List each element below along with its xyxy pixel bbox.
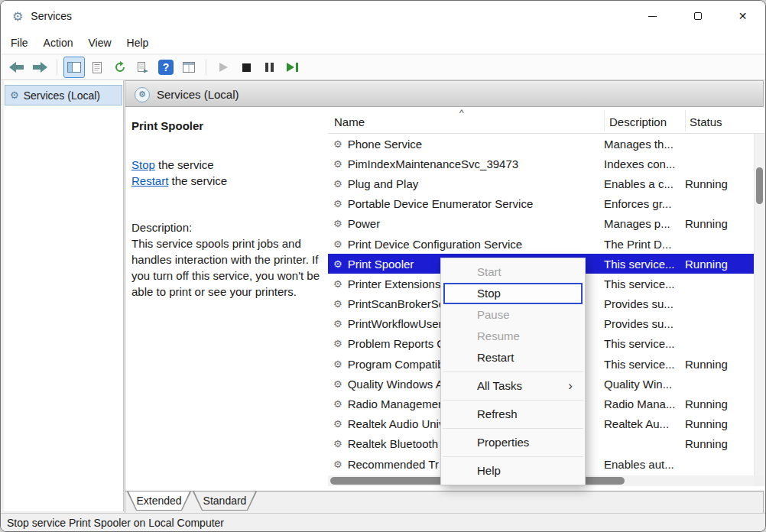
menu-action[interactable]: Action xyxy=(36,34,81,52)
service-description-cell: Manages p... xyxy=(604,217,685,230)
table-row[interactable]: ⚙Plug and PlayEnables a c...Running xyxy=(328,174,754,193)
stop-service-icon xyxy=(242,63,251,72)
window-view-icon xyxy=(183,62,195,73)
menu-help[interactable]: Help xyxy=(119,34,157,52)
service-name: PrintScanBrokerSe xyxy=(348,297,446,310)
service-status-cell: Running xyxy=(685,258,754,271)
start-service-icon xyxy=(219,63,228,72)
pane-header: ⚙ Services (Local) xyxy=(125,83,763,107)
service-description-cell: Provides su... xyxy=(604,297,685,310)
sort-ascending-icon: ^ xyxy=(459,108,464,118)
service-status-cell: Running xyxy=(685,437,754,450)
services-window: ⚙ Services ✕ File Action View Help xyxy=(0,0,766,532)
view-button[interactable] xyxy=(179,57,199,77)
toolbar-separator xyxy=(57,59,57,76)
tab-standard[interactable]: Standard xyxy=(193,491,257,511)
export-list-icon xyxy=(137,62,149,73)
context-menu-item-all-tasks[interactable]: All Tasks› xyxy=(443,375,583,397)
service-description-cell: Radio Mana... xyxy=(604,397,685,410)
export-list-button[interactable] xyxy=(133,57,153,77)
column-divider[interactable] xyxy=(685,110,686,131)
service-icon: ⚙ xyxy=(333,318,342,329)
menu-view[interactable]: View xyxy=(80,34,118,52)
menu-item-label: Stop xyxy=(477,287,501,300)
service-icon: ⚙ xyxy=(333,258,342,270)
column-header-name[interactable]: Name xyxy=(334,115,365,128)
service-action-links: Stop the service Restart the service xyxy=(131,157,323,189)
status-bar: Stop service Print Spooler on Local Comp… xyxy=(1,513,765,531)
services-header-icon: ⚙ xyxy=(135,87,150,102)
service-name: Portable Device Enumerator Service xyxy=(348,197,534,210)
restart-service-link[interactable]: Restart xyxy=(131,174,168,187)
tree-item-label: Services (Local) xyxy=(24,89,100,102)
table-row[interactable]: ⚙PowerManages p...Running xyxy=(328,214,754,234)
service-icon: ⚙ xyxy=(333,278,342,290)
service-icon: ⚙ xyxy=(333,238,342,250)
selected-service-title: Print Spooler xyxy=(131,118,323,134)
show-console-tree-button[interactable] xyxy=(64,57,84,77)
menu-file[interactable]: File xyxy=(3,34,36,52)
minimize-button[interactable] xyxy=(630,1,675,31)
toolbar-separator xyxy=(206,59,206,76)
vertical-scrollbar[interactable] xyxy=(754,134,764,475)
stop-service-button[interactable] xyxy=(236,57,256,77)
menu-item-label: Properties xyxy=(477,436,529,449)
service-icon: ⚙ xyxy=(333,198,342,209)
table-row[interactable]: ⚙Portable Device Enumerator ServiceEnfor… xyxy=(328,194,754,214)
back-button[interactable] xyxy=(7,57,27,77)
tab-extended[interactable]: Extended xyxy=(127,491,191,511)
context-menu-item-refresh[interactable]: Refresh xyxy=(443,404,583,425)
services-app-icon: ⚙ xyxy=(12,9,23,24)
service-status-cell: Running xyxy=(685,358,754,371)
context-menu-item-stop[interactable]: Stop xyxy=(443,283,583,304)
extended-detail-pane: Print Spooler Stop the service Restart t… xyxy=(125,107,328,491)
stop-service-link[interactable]: Stop xyxy=(131,158,155,171)
pause-service-button[interactable] xyxy=(259,57,279,77)
column-divider[interactable] xyxy=(604,110,605,131)
service-icon: ⚙ xyxy=(333,438,342,449)
properties-button[interactable] xyxy=(87,57,107,77)
service-icon: ⚙ xyxy=(333,218,342,229)
forward-arrow-icon xyxy=(32,61,47,73)
maximize-button[interactable] xyxy=(675,1,720,31)
column-header-status[interactable]: Status xyxy=(690,115,722,128)
context-menu-item-properties[interactable]: Properties xyxy=(443,432,583,453)
service-icon: ⚙ xyxy=(333,298,342,310)
service-name: Program Compatib xyxy=(348,358,444,371)
menu-separator xyxy=(443,428,583,429)
service-icon: ⚙ xyxy=(333,158,342,170)
menu-separator xyxy=(443,371,583,372)
context-menu-item-pause: Pause xyxy=(443,304,583,326)
pane-header-title: Services (Local) xyxy=(157,88,239,101)
context-menu-item-help[interactable]: Help xyxy=(443,460,583,482)
menu-separator xyxy=(443,456,583,457)
close-button[interactable]: ✕ xyxy=(720,1,765,31)
service-icon: ⚙ xyxy=(333,459,342,470)
refresh-button[interactable] xyxy=(110,57,130,77)
service-status-cell: Running xyxy=(685,397,754,410)
submenu-arrow-icon: › xyxy=(568,375,573,397)
menu-item-label: All Tasks xyxy=(477,379,522,392)
restart-link-suffix: the service xyxy=(168,174,227,187)
status-bar-text: Stop service Print Spooler on Local Comp… xyxy=(7,517,224,529)
context-menu-item-start: Start xyxy=(443,261,583,283)
vertical-scrollbar-thumb[interactable] xyxy=(756,167,763,204)
table-row[interactable]: ⚙PimIndexMaintenanceSvc_39473Indexes con… xyxy=(328,154,754,174)
service-description-cell: This service... xyxy=(604,358,685,371)
services-node-icon: ⚙ xyxy=(10,89,19,101)
help-button[interactable]: ? xyxy=(156,57,176,77)
service-name: Power xyxy=(348,217,381,230)
restart-service-button[interactable] xyxy=(282,57,302,77)
context-menu-item-restart[interactable]: Restart xyxy=(443,347,583,368)
tree-item-services-local[interactable]: ⚙ Services (Local) xyxy=(5,86,122,105)
service-status-cell: Running xyxy=(685,217,754,230)
table-row[interactable]: ⚙Print Device Configuration ServiceThe P… xyxy=(328,234,754,254)
forward-button[interactable] xyxy=(30,57,50,77)
table-row[interactable]: ⚙Phone ServiceManages th... xyxy=(328,134,754,154)
service-description-cell: Indexes con... xyxy=(604,157,685,170)
pause-service-icon xyxy=(265,63,274,72)
column-header-description[interactable]: Description xyxy=(609,115,667,128)
service-description-cell: Quality Win... xyxy=(604,378,685,391)
menu-item-label: Restart xyxy=(477,351,514,364)
service-description-cell: Enables aut... xyxy=(604,458,685,471)
